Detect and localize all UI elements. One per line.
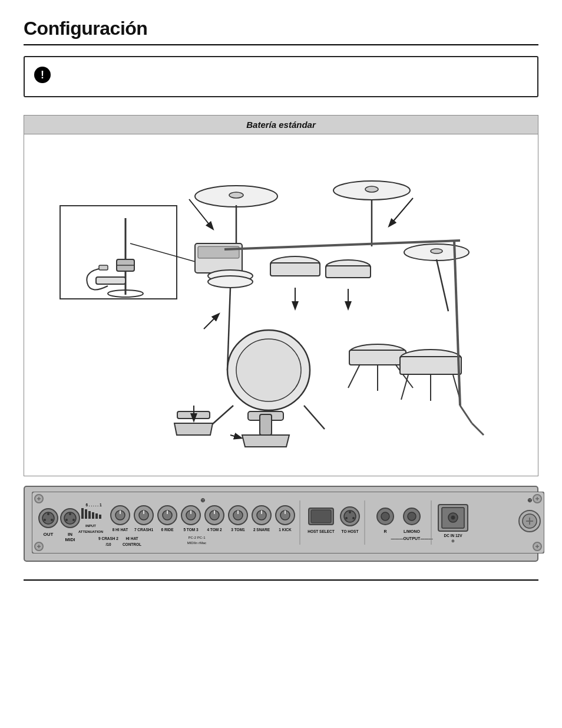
svg-rect-92: [95, 513, 98, 519]
svg-text:⊕: ⊕: [200, 497, 205, 503]
svg-line-47: [230, 435, 241, 438]
svg-rect-21: [270, 263, 320, 276]
svg-rect-91: [92, 512, 94, 519]
svg-rect-31: [349, 350, 406, 365]
svg-text:CONTROL: CONTROL: [123, 542, 141, 546]
svg-rect-89: [85, 509, 87, 519]
svg-point-77: [47, 513, 49, 515]
svg-line-29: [204, 314, 219, 329]
controller-svg: OUT MIDI IN 6 . . . . . 1 INPUT ATTENUAT…: [32, 492, 544, 554]
svg-point-84: [65, 519, 68, 521]
svg-point-83: [69, 513, 71, 515]
svg-rect-24: [326, 266, 371, 278]
svg-line-52: [460, 406, 472, 423]
svg-text:1 KICK: 1 KICK: [279, 528, 292, 532]
svg-text:MIDI: MIDI: [65, 537, 75, 542]
svg-text:TO HOST: TO HOST: [342, 529, 359, 533]
svg-text:ATTENUATION: ATTENUATION: [78, 530, 103, 533]
svg-rect-41: [400, 357, 461, 374]
svg-text:PC-2  PC-1: PC-2 PC-1: [188, 536, 206, 539]
svg-line-42: [401, 375, 408, 400]
svg-line-32: [348, 364, 360, 388]
svg-point-79: [51, 519, 53, 521]
svg-text:7 CRASH1: 7 CRASH1: [134, 528, 154, 532]
svg-text:5 TOM 3: 5 TOM 3: [183, 528, 199, 532]
svg-text:IN: IN: [68, 532, 72, 537]
svg-point-37: [236, 339, 301, 401]
title-divider: [24, 44, 538, 45]
svg-point-150: [408, 512, 416, 521]
svg-text:HI HAT: HI HAT: [125, 536, 138, 541]
drum-diagram: [24, 134, 538, 476]
svg-point-7: [229, 192, 243, 198]
svg-line-39: [304, 406, 325, 429]
svg-text:3 TOM1: 3 TOM1: [231, 528, 245, 532]
svg-rect-88: [81, 508, 84, 519]
svg-point-156: [451, 516, 455, 519]
svg-point-141: [345, 517, 348, 519]
svg-point-78: [44, 519, 46, 521]
svg-text:⊕: ⊕: [527, 497, 532, 503]
svg-rect-90: [88, 511, 91, 519]
svg-rect-46: [260, 414, 272, 435]
svg-point-18: [431, 249, 442, 253]
svg-rect-93: [99, 515, 101, 519]
svg-line-19: [437, 259, 448, 311]
svg-text:9 CRASH 2: 9 CRASH 2: [98, 536, 118, 541]
svg-text:/10: /10: [105, 542, 111, 546]
svg-line-13: [389, 198, 413, 226]
svg-point-11: [365, 186, 378, 192]
svg-text:L/MONO: L/MONO: [404, 529, 421, 533]
svg-text:INPUT: INPUT: [85, 524, 96, 528]
svg-text:MIDIIn  rMac: MIDIIn rMac: [187, 541, 207, 545]
warning-icon: !: [34, 67, 51, 83]
warning-box: !: [24, 56, 538, 97]
svg-point-142: [352, 517, 355, 519]
svg-text:8 HI HAT: 8 HI HAT: [113, 528, 128, 532]
svg-rect-136: [311, 510, 331, 523]
svg-text:OUT: OUT: [44, 532, 54, 537]
svg-line-53: [472, 423, 484, 435]
svg-text:6 RIDE: 6 RIDE: [161, 528, 174, 532]
svg-text:HOST SELECT: HOST SELECT: [308, 529, 335, 533]
svg-line-14: [130, 243, 204, 264]
bottom-divider: [24, 579, 538, 581]
svg-point-27: [208, 276, 253, 288]
section-header: Batería estándar: [24, 115, 538, 134]
svg-text:6 . . . . . 1: 6 . . . . . 1: [85, 503, 101, 507]
svg-point-85: [72, 519, 75, 521]
svg-text:DC IN 12V: DC IN 12V: [444, 533, 462, 538]
controller-panel: OUT MIDI IN 6 . . . . . 1 INPUT ATTENUAT…: [24, 486, 538, 562]
svg-text:R: R: [384, 529, 386, 533]
svg-point-147: [381, 512, 389, 521]
drumkit-svg: [59, 134, 538, 475]
svg-text:⊕: ⊕: [451, 539, 455, 543]
svg-point-140: [349, 511, 351, 513]
svg-text:4 TOM 2: 4 TOM 2: [207, 528, 222, 532]
page-title: Configuración: [24, 18, 538, 39]
svg-text:———OUTPUT———: ———OUTPUT———: [391, 536, 433, 541]
svg-text:2 SNARE: 2 SNARE: [253, 528, 270, 532]
